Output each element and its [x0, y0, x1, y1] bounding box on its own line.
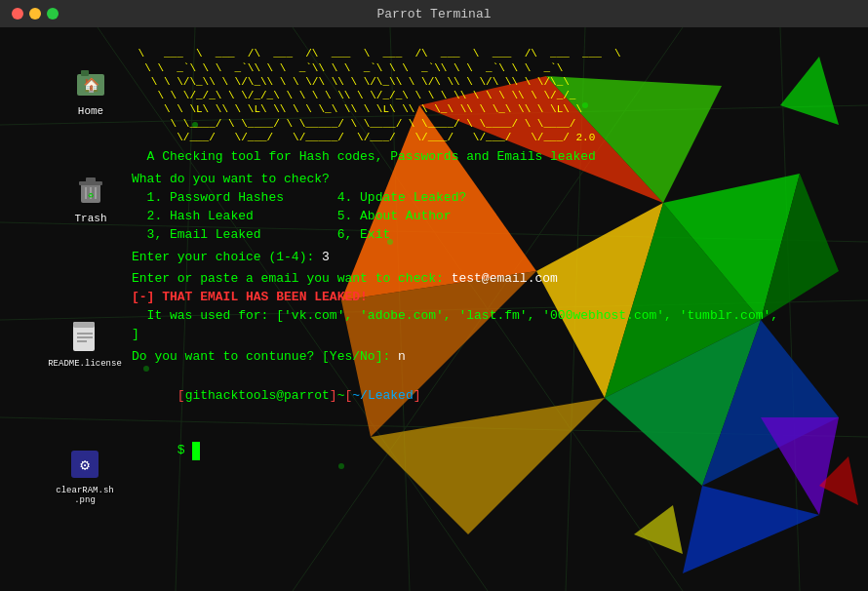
menu-item-3: 3, Email Leaked 6, Exit — [132, 226, 858, 245]
leaked-message: [-] THAT EMAIL HAS BEEN LEAKED! — [132, 289, 858, 307]
email-value: test@email.com — [452, 271, 558, 286]
svg-text:🏠: 🏠 — [83, 77, 100, 94]
menu-item-2: 2. Hash Leaked 5. About Author — [132, 208, 858, 226]
email-prompt: Enter or paste a email you want to check… — [132, 270, 858, 289]
home-icon: 🏠 — [71, 64, 110, 103]
choice-value: 3 — [322, 250, 330, 264]
used-for-line: It was used for: ['vk.com', 'adobe.com',… — [132, 307, 858, 326]
shell-input-line[interactable]: $ — [132, 423, 858, 479]
desktop-icon-readme[interactable]: README.license — [51, 318, 119, 369]
svg-rect-34 — [81, 70, 89, 76]
trash-icon-label: Trash — [74, 213, 106, 224]
continue-value: n — [398, 349, 406, 364]
shell-dollar: $ — [178, 443, 193, 457]
shell-user: githacktools@parrot — [185, 388, 330, 403]
minimize-button[interactable] — [29, 8, 41, 20]
close-button[interactable] — [12, 8, 23, 20]
clearram-icon-label: clearRAM.sh .png — [51, 486, 119, 505]
desktop-icon-clearram[interactable]: ⚙ clearRAM.sh .png — [51, 445, 119, 505]
desktop-icon-home[interactable]: 🏠 Home — [57, 64, 125, 117]
ascii-art-block: \ ___ \ ___ /\ ___ /\ ___ \ ___ /\ ___ \… — [132, 33, 858, 144]
closing-bracket: ] — [132, 326, 858, 344]
readme-icon — [65, 318, 104, 357]
svg-text:⚙: ⚙ — [80, 457, 90, 475]
svg-rect-44 — [73, 322, 95, 328]
shell-dir: ~/Leaked — [352, 388, 413, 403]
shell-bracket-close: ] — [330, 388, 337, 403]
title-bar: Parrot Terminal — [0, 0, 868, 27]
svg-rect-38 — [86, 177, 96, 182]
window-title: Parrot Terminal — [376, 7, 491, 21]
terminal-output: \ ___ \ ___ /\ ___ /\ ___ \ ___ /\ ___ \… — [0, 27, 868, 591]
window-controls — [12, 8, 59, 20]
svg-text:♻: ♻ — [88, 190, 94, 201]
continue-prompt: Do you want to contunue? [Yes/No]: n — [132, 348, 858, 367]
desktop-icon-trash[interactable]: ♻ Trash — [57, 172, 125, 224]
maximize-button[interactable] — [47, 8, 59, 20]
email-prompt-text: Enter or paste a email you want to check… — [132, 271, 452, 286]
continue-prompt-text: Do you want to contunue? [Yes/No]: — [132, 349, 398, 364]
menu-title: What do you want to check? — [132, 171, 858, 189]
clearram-icon: ⚙ — [65, 445, 104, 484]
shell-bracket-open: [ — [178, 388, 185, 403]
shell-cursor — [192, 442, 200, 460]
choice-prompt: Enter your choice (1-4): 3 — [132, 249, 858, 267]
trash-icon: ♻ — [71, 172, 110, 211]
readme-icon-label: README.license — [48, 359, 122, 369]
choice-prompt-text: Enter your choice (1-4): — [132, 250, 322, 264]
tool-description: A Checking tool for Hash codes, Password… — [132, 148, 858, 167]
shell-prompt-line: [githacktools@parrot]~[~/Leaked] — [132, 369, 858, 424]
menu-item-1: 1. Password Hashes 4. Update Leaked? — [132, 189, 858, 208]
home-icon-label: Home — [78, 105, 103, 117]
shell-dir-close: ] — [414, 388, 421, 403]
